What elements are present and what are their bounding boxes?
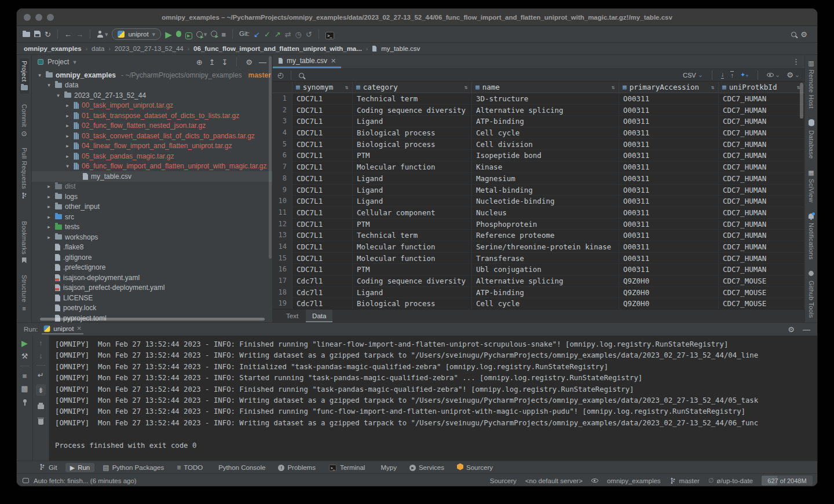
chevron-open-icon[interactable]: ▾ (64, 163, 71, 169)
tool-window-stub-pull-requests[interactable]: Pull Requests (21, 148, 28, 200)
tree-item[interactable]: isajson_prefect-deployment.yaml (32, 283, 272, 293)
clear-console-icon[interactable] (38, 417, 43, 427)
table-cell[interactable]: CDC7L1 (292, 116, 353, 127)
table-cell[interactable]: Cell division (472, 139, 619, 150)
run-button[interactable]: ▶ (165, 30, 172, 39)
column-header-category[interactable]: ▦category⇅ (353, 82, 472, 93)
table-cell[interactable]: CDC7_HUMAN (719, 93, 804, 105)
search-everywhere-icon[interactable] (791, 29, 796, 39)
breadcrumb-item[interactable]: my_table.csv (381, 45, 420, 52)
bottom-tab-git[interactable]: Git (34, 462, 62, 473)
table-cell[interactable]: O00311 (619, 127, 719, 139)
table-cell[interactable]: O00311 (619, 116, 719, 127)
table-cell[interactable]: CDC7_HUMAN (719, 127, 804, 139)
tree-item[interactable]: .prefectignore (32, 263, 272, 273)
table-cell[interactable]: O00311 (619, 264, 719, 275)
recent-filters-icon[interactable]: ◴ (277, 72, 283, 79)
bottom-tab-problems[interactable]: !Problems (273, 462, 320, 472)
table-cell[interactable]: Q9Z0H0 (619, 298, 719, 309)
table-vertical-scrollbar[interactable] (800, 83, 803, 119)
eye-icon[interactable] (591, 479, 598, 483)
table-cell[interactable]: Q9Z0H0 (619, 275, 719, 287)
project-tree-horizontal-scrollbar[interactable] (40, 318, 265, 321)
run-console[interactable]: [OMNIPY] Mon Feb 27 13:52:44 2023 - INFO… (49, 336, 817, 461)
column-header-synomym[interactable]: ▦synomym⇅ (292, 82, 353, 93)
table-cell[interactable]: O00311 (619, 185, 719, 196)
column-header-uniProtkbId[interactable]: ▦uniProtkbId⇅ (719, 82, 804, 93)
git-compare-icon[interactable]: ⇄ (285, 31, 291, 38)
hide-panel-icon[interactable]: — (259, 58, 266, 66)
table-cell[interactable]: Technical term (353, 230, 472, 241)
table-cell[interactable]: CDC7L1 (292, 253, 353, 264)
rerun-button[interactable]: ▶ (21, 339, 28, 347)
table-cell[interactable]: CDC7_HUMAN (719, 150, 804, 161)
sourcery-status[interactable]: Sourcery (490, 477, 517, 484)
table-cell[interactable]: Biological process (353, 127, 472, 139)
tool-window-stub-remote-host[interactable]: ▥Remote Host (808, 60, 815, 109)
table-cell[interactable]: O00311 (619, 139, 719, 150)
tree-item[interactable]: ▾06_func_flow_import_and_flatten_uniprot… (32, 161, 272, 172)
tree-item[interactable]: .gitignore (32, 252, 272, 263)
table-cell[interactable]: Ubl conjugation (472, 264, 619, 275)
table-cell[interactable]: Cdc7l1 (292, 287, 353, 299)
tool-window-stub-sciview[interactable]: ▦SciView (808, 169, 815, 203)
table-cell[interactable]: Ligand (353, 116, 472, 127)
table-cell[interactable]: CDC7_MOUSE (719, 298, 804, 309)
chevron-open-icon[interactable]: ▾ (36, 72, 43, 78)
tree-item[interactable]: isajson-deployment.yaml (32, 273, 272, 283)
edit-configuration-wrench-icon[interactable]: ⚒ (21, 352, 28, 360)
table-cell[interactable]: CDC7_HUMAN (719, 196, 804, 207)
table-settings-gear-icon[interactable]: ⚙⌄ (787, 71, 800, 79)
run-configuration-select[interactable]: uniprot ▾ (112, 28, 161, 40)
expand-all-icon[interactable]: ↥ (209, 58, 215, 66)
tree-item[interactable]: ▸04_linear_flow_import_and_flatten_unipr… (32, 141, 272, 152)
view-tab-data[interactable]: Data (306, 310, 332, 322)
chevron-closed-icon[interactable]: ▸ (64, 133, 71, 139)
column-header-primaryAccession[interactable]: ▦primaryAccession⇅ (619, 82, 719, 93)
tree-item[interactable]: ▸00_task_import_uniprot.tar.gz (32, 101, 272, 111)
table-cell[interactable]: O00311 (619, 207, 719, 219)
settings-gear-icon[interactable]: ⚙ (800, 31, 807, 38)
table-cell[interactable]: Molecular function (353, 253, 472, 264)
open-folder-icon[interactable] (23, 29, 30, 39)
sync-status[interactable]: ∅ø/up-to-date (708, 477, 753, 484)
run-coverage-button[interactable]: ▶ (185, 29, 192, 39)
print-console-icon[interactable] (38, 401, 44, 411)
table-cell[interactable]: Nucleus (472, 207, 619, 219)
table-cell[interactable]: CDC7L1 (292, 161, 353, 173)
table-cell[interactable]: O00311 (619, 241, 719, 253)
hide-run-panel-icon[interactable]: — (803, 326, 810, 333)
breadcrumb-item[interactable]: omnipy_examples (24, 45, 82, 52)
view-tab-text[interactable]: Text (280, 310, 305, 322)
bottom-tab-services[interactable]: ▸Services (405, 462, 449, 472)
chevron-down-icon[interactable]: ▾ (73, 59, 76, 65)
table-cell[interactable]: Nucleotide-binding (472, 196, 619, 207)
git-push-icon[interactable]: ↗ (275, 31, 281, 38)
tree-item[interactable]: ▸05_task_pandas_magic.tar.gz (32, 151, 272, 161)
save-all-icon[interactable] (34, 29, 41, 39)
project-tree-vertical-scrollbar[interactable] (269, 56, 272, 259)
editor-tab-my-table-csv[interactable]: my_table.csv ✕ (273, 55, 341, 68)
table-cell[interactable]: CDC7_HUMAN (719, 241, 804, 253)
forward-icon[interactable]: → (76, 31, 83, 38)
table-cell[interactable]: Molecular function (353, 161, 472, 173)
down-stack-trace-icon[interactable]: ↓ (39, 352, 43, 359)
table-cell[interactable]: Biological process (353, 139, 472, 150)
project-name-status[interactable]: omnipy_examples (607, 477, 661, 484)
tool-window-stub-commit[interactable]: Commit⊙ (21, 104, 28, 137)
close-tab-icon[interactable]: ✕ (331, 57, 336, 65)
table-cell[interactable]: CDC7L1 (292, 150, 353, 161)
table-cell[interactable]: CDC7_HUMAN (719, 230, 804, 241)
tree-item[interactable]: ▾data (32, 80, 272, 91)
table-cell[interactable]: Cell cycle (472, 298, 619, 309)
table-cell[interactable]: CDC7_HUMAN (719, 185, 804, 196)
sort-icon[interactable]: ⇅ (345, 84, 349, 90)
tab-options-icon[interactable]: ⋮ (792, 58, 800, 65)
restore-layout-icon[interactable]: ▦ (21, 385, 28, 392)
sync-icon[interactable]: ↻ (45, 31, 51, 38)
table-cell[interactable]: CDC7L1 (292, 219, 353, 230)
chevron-closed-icon[interactable]: ▸ (46, 204, 52, 209)
git-commit-icon[interactable]: ✓ (264, 31, 270, 38)
tool-window-stub-bookmarks[interactable]: Bookmarks (21, 221, 28, 264)
table-cell[interactable]: Cell cycle (472, 127, 619, 139)
